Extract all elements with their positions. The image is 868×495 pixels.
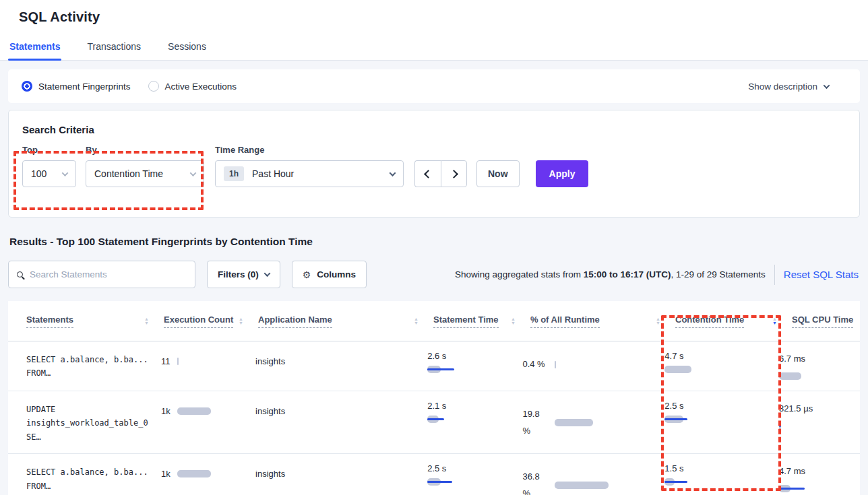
sort-arrows-icon[interactable]: ▲▼ [239,317,243,325]
chevron-right-icon [450,170,458,178]
table-row[interactable]: UPDATE insights_workload_table_0 SE… 1k … [8,391,860,454]
time-range-badge: 1h [224,166,244,181]
contention-time-cell: 2.5 s [664,401,779,423]
filters-button[interactable]: Filters (0) [207,261,280,288]
pct-runtime-cell: 0.4 % [522,351,664,373]
apply-button[interactable]: Apply [536,160,589,187]
statement-fingerprint-link[interactable]: SELECT a.balance, b.ba... FROM… [26,351,161,381]
chevron-down-icon [264,270,270,277]
sort-arrows-icon[interactable]: ▲▼ [414,317,418,325]
sql-cpu-time-bar [779,372,860,380]
by-select[interactable]: Contention Time [86,160,204,187]
column-header-pct-of-all-runtime[interactable]: % of All Runtime ▲▼ [530,315,675,328]
table-row[interactable]: SELECT a.balance, b.ba... FROM… 11 insig… [8,341,860,391]
contention-time-bar [664,478,745,486]
radio-selected-icon [22,81,32,92]
time-range-field: Time Range 1h Past Hour [215,145,404,187]
application-name-cell: insights [255,401,427,416]
search-statements-input[interactable] [30,269,187,279]
columns-label: Columns [317,269,356,279]
execution-count-cell: 1k [161,401,255,416]
top-field: Top 100 [22,145,76,187]
by-select-value: Contention Time [94,168,191,179]
by-field: By Contention Time [86,145,204,187]
contention-time-cell: 1.5 s [664,463,779,486]
pct-runtime-bar [555,361,636,368]
radio-label: Active Executions [165,81,237,92]
top-select-value: 100 [31,168,63,179]
filters-label: Filters (0) [218,269,259,279]
contention-time-cell: 4.7 s [664,351,779,373]
column-header-statements[interactable]: Statements ▲▼ [26,315,164,328]
radio-unselected-icon [148,81,159,92]
column-header-sql-cpu-time[interactable]: SQL CPU Time [792,315,860,328]
statement-time-cell: 2.6 s [427,351,522,373]
radio-label: Statement Fingerprints [38,81,131,92]
statement-time-cell: 2.5 s [427,463,522,486]
column-header-execution-count[interactable]: Execution Count ▲▼ [164,315,258,328]
sql-cpu-time-cell: 4.7 ms [779,463,860,492]
sort-arrows-icon[interactable]: ▲▼ [144,317,149,325]
search-criteria-row: Top 100 By Contention Time Time Range [22,145,846,187]
show-description-label: Show description [748,81,817,92]
aggregated-stats-text: Showing aggregated stats from 15:00 to 1… [455,269,766,279]
sql-cpu-time-cell: 321.5 µs [779,401,860,430]
time-range-select[interactable]: 1h Past Hour [215,160,404,187]
execution-count-cell: 1k [161,463,255,479]
execution-count-bar [177,470,255,477]
execution-count-cell: 11 [161,351,255,366]
view-toggle-card: Statement Fingerprints Active Executions… [8,69,860,103]
execution-count-bar [177,358,256,365]
statement-fingerprint-link[interactable]: UPDATE insights_workload_table_0 SE… [26,401,161,444]
table-header-row: Statements ▲▼ Execution Count ▲▼ Applica… [8,301,860,341]
statement-fingerprint-link[interactable]: SELECT a.balance, b.ba... FROM… [26,463,161,493]
previous-range-button[interactable] [414,160,441,187]
chevron-down-icon [824,82,830,89]
content-area: Statement Fingerprints Active Executions… [0,69,868,495]
pct-runtime-cell: 19.8 % [522,401,664,439]
tab-sessions[interactable]: Sessions [166,36,208,60]
statement-time-bar [427,416,508,423]
column-header-contention-time[interactable]: Contention Time ▲▼ [675,315,792,328]
statement-time-cell: 2.1 s [427,401,522,423]
reset-sql-stats-link[interactable]: Reset SQL Stats [784,269,859,280]
tab-transactions[interactable]: Transactions [86,36,142,60]
column-header-application-name[interactable]: Application Name ▲▼ [258,315,433,328]
by-label: By [86,145,204,155]
execution-count-bar [177,407,255,415]
columns-button[interactable]: ⚙ Columns [292,261,367,288]
top-label: Top [22,145,76,155]
sql-cpu-time-cell: 6.7 ms [779,351,860,380]
radio-active-executions[interactable]: Active Executions [148,81,237,92]
application-name-cell: insights [255,463,427,479]
show-description-toggle[interactable]: Show description [748,81,829,92]
top-select[interactable]: 100 [22,160,76,187]
sort-arrows-icon[interactable]: ▲▼ [656,317,660,325]
time-range-label: Time Range [215,145,404,155]
table-row[interactable]: SELECT a.balance, b.ba... FROM… 1k insig… [8,454,860,495]
time-nav-group [414,160,467,187]
page-title: SQL Activity [0,9,868,25]
tab-statements[interactable]: Statements [8,36,61,60]
sort-arrows-desc-icon[interactable]: ▲▼ [772,317,777,325]
statements-table: Statements ▲▼ Execution Count ▲▼ Applica… [8,301,860,495]
chevron-down-icon [390,170,396,176]
column-header-statement-time[interactable]: Statement Time ▲▼ [433,315,530,328]
pct-runtime-bar [555,419,636,426]
sql-activity-page: SQL Activity Statements Transactions Ses… [0,0,868,495]
next-range-button[interactable] [441,160,467,187]
pct-runtime-bar [555,482,636,489]
chevron-down-icon [190,170,197,176]
results-heading: Results - Top 100 Statement Fingerprints… [8,236,860,248]
contention-time-bar [664,366,745,373]
now-button[interactable]: Now [476,160,520,187]
radio-statement-fingerprints[interactable]: Statement Fingerprints [22,81,131,92]
page-header: SQL Activity Statements Transactions Ses… [0,0,868,61]
stats-time-range: 15:00 to 16:17 (UTC) [584,269,671,279]
statement-time-bar [427,478,508,486]
sort-arrows-icon[interactable]: ▲▼ [511,317,516,325]
search-statements-box [8,261,195,288]
statement-time-bar [427,366,508,373]
results-toolbar: Filters (0) ⚙ Columns Showing aggregated… [8,261,860,288]
chevron-left-icon [424,170,433,178]
